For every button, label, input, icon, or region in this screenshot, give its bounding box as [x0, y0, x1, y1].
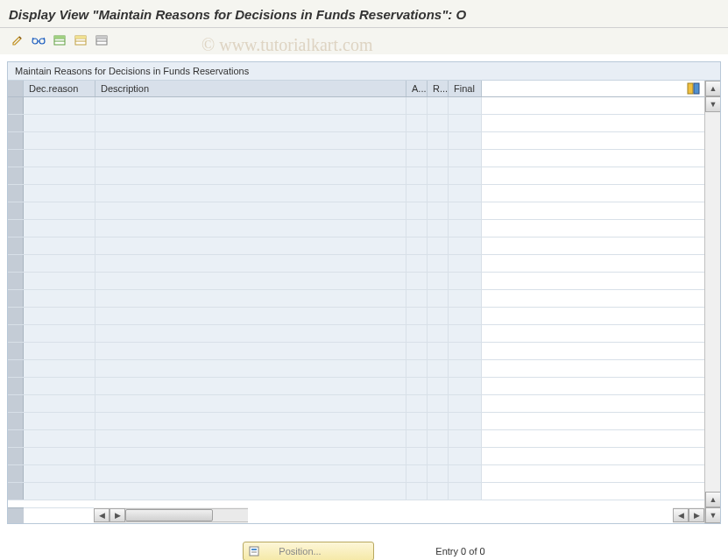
vscroll-up-icon[interactable]: ▲	[705, 81, 720, 96]
table-row[interactable]	[8, 220, 704, 237]
cell-description[interactable]	[95, 325, 406, 342]
cell-final[interactable]	[449, 413, 482, 429]
cell-r[interactable]	[428, 167, 449, 184]
row-selector[interactable]	[8, 378, 24, 394]
cell-a[interactable]	[406, 343, 428, 359]
hscroll-right2-icon[interactable]: ▶	[689, 508, 704, 522]
cell-a[interactable]	[406, 202, 428, 219]
row-selector[interactable]	[8, 273, 24, 289]
row-selector[interactable]	[8, 395, 24, 412]
cell-r[interactable]	[428, 185, 449, 202]
cell-a[interactable]	[406, 360, 428, 377]
col-final[interactable]: Final	[449, 81, 482, 96]
cell-r[interactable]	[428, 413, 449, 429]
row-selector[interactable]	[8, 132, 24, 149]
table-row[interactable]	[8, 483, 704, 500]
col-a[interactable]: A...	[406, 81, 428, 96]
cell-description[interactable]	[95, 115, 406, 131]
cell-r[interactable]	[428, 430, 449, 447]
row-selector[interactable]	[8, 483, 24, 500]
cell-a[interactable]	[406, 97, 428, 114]
cell-a[interactable]	[406, 290, 428, 307]
cell-final[interactable]	[449, 115, 482, 131]
table-row[interactable]	[8, 115, 704, 132]
cell-description[interactable]	[95, 132, 406, 149]
cell-description[interactable]	[95, 448, 406, 464]
cell-description[interactable]	[95, 150, 406, 167]
cell-dec-reason[interactable]	[24, 465, 95, 482]
cell-description[interactable]	[95, 395, 406, 412]
vscroll-down2-icon[interactable]: ▼	[705, 507, 720, 523]
cell-description[interactable]	[95, 430, 406, 447]
cell-r[interactable]	[428, 290, 449, 307]
cell-r[interactable]	[428, 132, 449, 149]
cell-dec-reason[interactable]	[24, 413, 95, 429]
table-row[interactable]	[8, 378, 704, 395]
cell-r[interactable]	[428, 273, 449, 289]
cell-dec-reason[interactable]	[24, 430, 95, 447]
cell-final[interactable]	[449, 220, 482, 237]
hscroll-right-icon[interactable]: ▶	[110, 508, 125, 522]
cell-r[interactable]	[428, 343, 449, 359]
table-row[interactable]	[8, 343, 704, 360]
cell-final[interactable]	[449, 185, 482, 202]
cell-a[interactable]	[406, 448, 428, 464]
table-row[interactable]	[8, 202, 704, 220]
cell-final[interactable]	[449, 395, 482, 412]
row-selector[interactable]	[8, 150, 24, 167]
row-selector[interactable]	[8, 360, 24, 377]
cell-final[interactable]	[449, 343, 482, 359]
cell-r[interactable]	[428, 308, 449, 324]
cell-dec-reason[interactable]	[24, 220, 95, 237]
cell-final[interactable]	[449, 255, 482, 272]
table-row[interactable]	[8, 237, 704, 255]
cell-dec-reason[interactable]	[24, 360, 95, 377]
cell-dec-reason[interactable]	[24, 378, 95, 394]
row-selector[interactable]	[8, 325, 24, 342]
cell-r[interactable]	[428, 220, 449, 237]
row-selector[interactable]	[8, 448, 24, 464]
cell-dec-reason[interactable]	[24, 167, 95, 184]
cell-dec-reason[interactable]	[24, 308, 95, 324]
row-selector[interactable]	[8, 255, 24, 272]
cell-dec-reason[interactable]	[24, 325, 95, 342]
cell-r[interactable]	[428, 97, 449, 114]
cell-a[interactable]	[406, 430, 428, 447]
cell-description[interactable]	[95, 343, 406, 359]
row-selector[interactable]	[8, 185, 24, 202]
position-button[interactable]: Position...	[243, 542, 374, 560]
cell-dec-reason[interactable]	[24, 132, 95, 149]
cell-description[interactable]	[95, 97, 406, 114]
row-selector[interactable]	[8, 202, 24, 219]
cell-a[interactable]	[406, 325, 428, 342]
table-grey-icon[interactable]	[93, 32, 110, 49]
cell-r[interactable]	[428, 395, 449, 412]
col-r[interactable]: R...	[428, 81, 449, 96]
cell-description[interactable]	[95, 202, 406, 219]
vscroll-down-icon[interactable]: ▼	[705, 96, 720, 112]
table-green-icon[interactable]	[51, 32, 68, 49]
table-row[interactable]	[8, 97, 704, 115]
cell-a[interactable]	[406, 167, 428, 184]
table-row[interactable]	[8, 185, 704, 202]
cell-description[interactable]	[95, 413, 406, 429]
cell-a[interactable]	[406, 273, 428, 289]
table-row[interactable]	[8, 325, 704, 343]
cell-dec-reason[interactable]	[24, 185, 95, 202]
cell-r[interactable]	[428, 115, 449, 131]
cell-r[interactable]	[428, 465, 449, 482]
cell-dec-reason[interactable]	[24, 255, 95, 272]
cell-r[interactable]	[428, 325, 449, 342]
cell-description[interactable]	[95, 255, 406, 272]
cell-final[interactable]	[449, 290, 482, 307]
cell-r[interactable]	[428, 255, 449, 272]
cell-dec-reason[interactable]	[24, 150, 95, 167]
table-row[interactable]	[8, 413, 704, 430]
cell-final[interactable]	[449, 465, 482, 482]
cell-a[interactable]	[406, 220, 428, 237]
cell-r[interactable]	[428, 150, 449, 167]
glasses-icon[interactable]	[30, 32, 47, 49]
cell-a[interactable]	[406, 465, 428, 482]
cell-dec-reason[interactable]	[24, 448, 95, 464]
hscroll-thumb[interactable]	[125, 509, 213, 521]
